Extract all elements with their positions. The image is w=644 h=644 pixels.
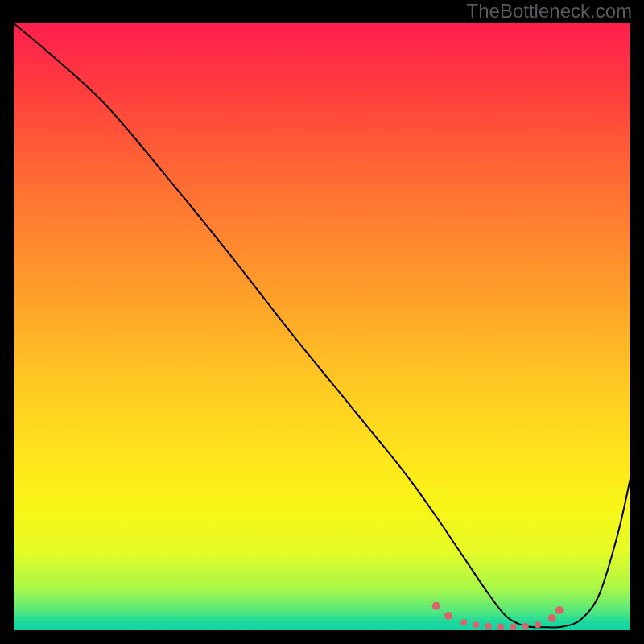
marker-dot	[473, 621, 480, 628]
marker-dot	[497, 623, 504, 630]
marker-dot	[460, 619, 467, 625]
marker-dot	[432, 602, 440, 610]
marker-dot	[444, 612, 452, 620]
chart-svg	[14, 23, 630, 630]
watermark-text: TheBottleneck.com	[467, 0, 632, 23]
marker-dot	[485, 623, 492, 630]
marker-dot	[535, 621, 541, 628]
plot-area	[14, 23, 630, 630]
marker-dot	[548, 614, 556, 622]
marker-dot	[555, 606, 564, 614]
chart-canvas: TheBottleneck.com	[0, 0, 644, 644]
marker-dot	[510, 623, 516, 630]
curve-path	[14, 23, 630, 628]
marker-dot	[522, 623, 529, 630]
